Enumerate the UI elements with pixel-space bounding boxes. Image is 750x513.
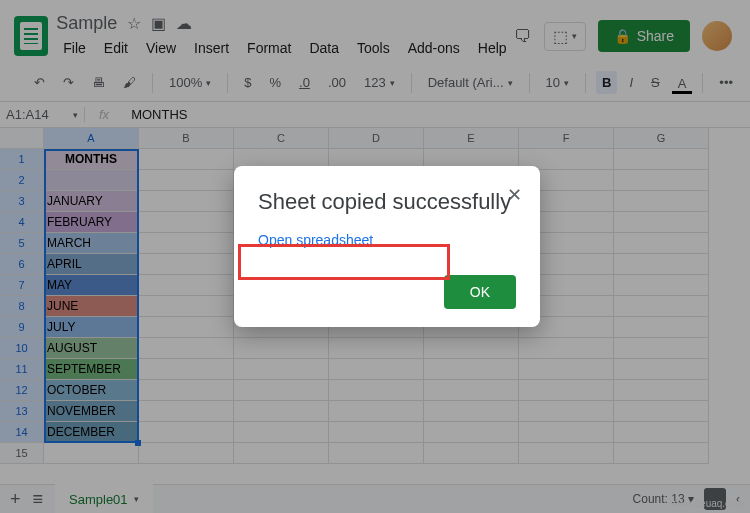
row-header[interactable]: 8: [0, 296, 44, 317]
comments-icon[interactable]: 🗨: [514, 26, 532, 47]
cell[interactable]: [519, 338, 614, 359]
cell[interactable]: [139, 191, 234, 212]
row-header[interactable]: 2: [0, 170, 44, 191]
menu-file[interactable]: File: [56, 36, 93, 60]
cell[interactable]: [424, 338, 519, 359]
cell[interactable]: [139, 359, 234, 380]
selection-handle[interactable]: [135, 440, 141, 446]
cell[interactable]: [614, 149, 709, 170]
bold-button[interactable]: B: [596, 71, 617, 94]
cell[interactable]: [424, 443, 519, 464]
cell[interactable]: [329, 359, 424, 380]
cell[interactable]: [139, 254, 234, 275]
present-button[interactable]: ⬚▾: [544, 22, 586, 51]
cell[interactable]: [614, 233, 709, 254]
column-header[interactable]: A: [44, 128, 139, 149]
column-header[interactable]: G: [614, 128, 709, 149]
menu-insert[interactable]: Insert: [187, 36, 236, 60]
cell[interactable]: [519, 380, 614, 401]
cell[interactable]: [234, 443, 329, 464]
number-format-dropdown[interactable]: 123: [358, 71, 401, 94]
cell[interactable]: [139, 149, 234, 170]
row-header[interactable]: 4: [0, 212, 44, 233]
cell[interactable]: MARCH: [44, 233, 139, 254]
cell[interactable]: [614, 170, 709, 191]
cell[interactable]: [139, 380, 234, 401]
row-header[interactable]: 7: [0, 275, 44, 296]
column-header[interactable]: C: [234, 128, 329, 149]
cell[interactable]: [329, 380, 424, 401]
cell[interactable]: [139, 212, 234, 233]
column-header[interactable]: B: [139, 128, 234, 149]
row-header[interactable]: 10: [0, 338, 44, 359]
cell[interactable]: MONTHS: [44, 149, 139, 170]
cell[interactable]: [614, 443, 709, 464]
menu-format[interactable]: Format: [240, 36, 298, 60]
cell[interactable]: [424, 401, 519, 422]
share-button[interactable]: 🔒Share: [598, 20, 690, 52]
cell[interactable]: [234, 338, 329, 359]
currency-button[interactable]: $: [238, 71, 257, 94]
menu-view[interactable]: View: [139, 36, 183, 60]
cell[interactable]: JUNE: [44, 296, 139, 317]
cell[interactable]: [614, 359, 709, 380]
cell[interactable]: FEBRUARY: [44, 212, 139, 233]
all-sheets-button[interactable]: ≡: [33, 489, 44, 510]
cell[interactable]: [519, 422, 614, 443]
cell[interactable]: [424, 380, 519, 401]
cell[interactable]: [139, 296, 234, 317]
menu-edit[interactable]: Edit: [97, 36, 135, 60]
cell[interactable]: [614, 338, 709, 359]
italic-button[interactable]: I: [623, 71, 639, 94]
cell[interactable]: [44, 443, 139, 464]
percent-button[interactable]: %: [263, 71, 287, 94]
cell[interactable]: OCTOBER: [44, 380, 139, 401]
add-sheet-button[interactable]: +: [10, 489, 21, 510]
account-avatar[interactable]: [702, 21, 732, 51]
row-header[interactable]: 6: [0, 254, 44, 275]
cell[interactable]: [614, 212, 709, 233]
cell[interactable]: [234, 380, 329, 401]
cell[interactable]: [614, 317, 709, 338]
zoom-dropdown[interactable]: 100%: [163, 71, 217, 94]
select-all-cell[interactable]: [0, 128, 44, 149]
sheet-tab-active[interactable]: Sample01: [55, 484, 153, 514]
font-dropdown[interactable]: Default (Ari...: [422, 71, 519, 94]
column-header[interactable]: F: [519, 128, 614, 149]
cell[interactable]: [139, 275, 234, 296]
cell[interactable]: DECEMBER: [44, 422, 139, 443]
text-color-button[interactable]: A: [672, 72, 693, 94]
cell[interactable]: [234, 359, 329, 380]
close-icon[interactable]: ✕: [507, 184, 522, 206]
more-toolbar-button[interactable]: •••: [713, 71, 739, 94]
row-header[interactable]: 9: [0, 317, 44, 338]
cell[interactable]: MAY: [44, 275, 139, 296]
cell[interactable]: [614, 422, 709, 443]
cell[interactable]: [614, 401, 709, 422]
cell[interactable]: [614, 275, 709, 296]
formula-input[interactable]: MONTHS: [123, 107, 195, 122]
sheets-logo-icon[interactable]: [14, 16, 48, 56]
cell[interactable]: [329, 422, 424, 443]
cell[interactable]: [614, 254, 709, 275]
cell[interactable]: APRIL: [44, 254, 139, 275]
cell[interactable]: [329, 338, 424, 359]
paint-format-icon[interactable]: 🖌: [117, 71, 142, 94]
ok-button[interactable]: OK: [444, 275, 516, 309]
cell[interactable]: [424, 359, 519, 380]
cell[interactable]: [519, 443, 614, 464]
cell[interactable]: [519, 401, 614, 422]
row-header[interactable]: 15: [0, 443, 44, 464]
cell[interactable]: [234, 422, 329, 443]
cell[interactable]: JANUARY: [44, 191, 139, 212]
cell[interactable]: [139, 401, 234, 422]
name-box[interactable]: A1:A14: [0, 107, 84, 122]
row-header[interactable]: 12: [0, 380, 44, 401]
move-icon[interactable]: ▣: [151, 14, 166, 33]
open-spreadsheet-link[interactable]: Open spreadsheet: [258, 232, 373, 248]
cell[interactable]: [139, 338, 234, 359]
cell[interactable]: [424, 422, 519, 443]
print-icon[interactable]: 🖶: [86, 71, 111, 94]
cell[interactable]: [234, 401, 329, 422]
cell[interactable]: [139, 233, 234, 254]
